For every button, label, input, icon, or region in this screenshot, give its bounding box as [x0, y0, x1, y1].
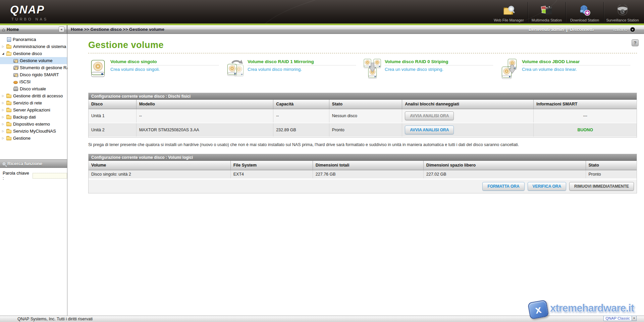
keyword-input[interactable]: [33, 173, 67, 179]
function-search-header: Ricerca funzione: [0, 159, 67, 168]
station-web-file-manager[interactable]: Web File Manager: [490, 0, 528, 24]
station-download[interactable]: Download Station: [566, 0, 603, 24]
qnap-logo-text: QNAP: [10, 3, 48, 16]
xtremehardware-watermark: x xtremehardware.it: [529, 300, 634, 317]
format-now-button[interactable]: FORMATTA ORA: [482, 182, 524, 191]
logout-link[interactable]: Disconnetti: [570, 27, 594, 32]
physical-disks-section: Configurazione corrente volume disco : D…: [88, 93, 637, 138]
single-disk-volume-icon: [88, 58, 108, 79]
language-label[interactable]: Italiano: [613, 27, 627, 32]
card-raid0-striping[interactable]: Volume disco RAID 0 Striping Crea un vol…: [363, 58, 500, 79]
tree-collapsed-icon[interactable]: ▷: [2, 137, 6, 140]
cell-status: Pronto: [329, 123, 402, 137]
cell-status: Nessun disco: [329, 109, 402, 123]
cell-model: --: [136, 109, 273, 123]
search-icon: [3, 163, 5, 165]
theme-select-value: QNAP Classic: [603, 316, 632, 321]
folder-open-icon: [6, 52, 11, 56]
folder-icon: [6, 45, 11, 49]
table-row-drive1: Unità 1 -- -- Nessun disco AVVIA ANALISI…: [89, 109, 637, 123]
sidebar-item-servizio-di-rete[interactable]: ▷ Servizio di rete: [0, 99, 67, 106]
navigation-tree: Panoramica ▷ Amministrazione di sistema …: [0, 34, 67, 142]
copyright-text: QNAP Systems, Inc. Tutti i diritti riser…: [17, 317, 93, 321]
sidebar-item-dispositivo-esterno[interactable]: ▷ Dispositivo esterno: [0, 121, 67, 128]
tree-expanded-icon[interactable]: ◢: [2, 52, 6, 55]
col-header-capacita: Capacità: [273, 100, 329, 109]
folder-icon: [6, 137, 11, 140]
overview-icon: [7, 37, 11, 42]
turbo-nas-subtitle: TURBO NAS: [10, 17, 48, 21]
sidebar-item-gestione[interactable]: ▷ Gestione: [0, 135, 67, 142]
card-title: Volume disco JBOD Linear: [522, 59, 630, 65]
sidebar-item-panoramica[interactable]: Panoramica: [0, 36, 67, 43]
disk-icon: [13, 59, 18, 63]
raid0-striping-icon: [363, 58, 382, 79]
theme-dropdown-icon[interactable]: ▼: [632, 316, 637, 321]
sidebar-item-gestione-diritti-di-accesso[interactable]: ▷ Gestione diritti di accesso: [0, 92, 67, 99]
sidebar-item-backup-dati[interactable]: ▷ Backup dati: [0, 113, 67, 121]
card-jbod-linear[interactable]: Volume disco JBOD Linear Crea un volume …: [500, 58, 637, 79]
welcome-text: Benvenuti admin: [529, 27, 564, 32]
sidebar-item-servizio-mycloudnas[interactable]: ▷ Servizio MyCloudNAS: [0, 128, 67, 135]
format-warning-note: Si prega di tener presente che qualora s…: [88, 142, 637, 147]
surveillance-station-icon: [616, 4, 629, 17]
col-header-dim-totali: Dimensioni totali: [313, 161, 423, 170]
cell-filesystem: EXT4: [230, 170, 313, 179]
sidebar-item-disco-virtuale[interactable]: Disco virtuale: [0, 85, 67, 92]
sidebar-item-server-applicazioni[interactable]: ▷ Server Applicazioni: [0, 106, 67, 113]
station-label: Surveillance Station: [606, 18, 639, 22]
folder-icon: [6, 95, 11, 98]
collapse-sidebar-button[interactable]: «: [59, 27, 64, 32]
tree-collapsed-icon[interactable]: ▷: [2, 94, 6, 97]
folder-icon: [6, 102, 11, 105]
tree-collapsed-icon[interactable]: ▷: [2, 108, 6, 111]
sidebar-item-iscsi[interactable]: iSCSI: [0, 78, 67, 85]
tree-collapsed-icon[interactable]: ▷: [2, 101, 6, 104]
logical-volumes-table: Volume File System Dimensioni totali Dim…: [89, 161, 637, 179]
col-header-analisi: Analisi blocchi danneggiati: [402, 100, 534, 109]
tree-collapsed-icon[interactable]: ▷: [2, 116, 6, 119]
folder-icon: [6, 123, 11, 126]
sidebar-item-gestione-disco[interactable]: ◢ Gestione disco: [0, 50, 67, 57]
station-label: Web File Manager: [494, 18, 524, 22]
divider: [528, 2, 528, 22]
language-dropdown-icon[interactable]: ▼: [630, 27, 635, 32]
station-label: Multimedia Station: [532, 18, 562, 22]
cell-capacity: 232.89 GB: [273, 123, 329, 137]
watermark-text: xtremehardware.it: [550, 302, 634, 314]
check-now-button[interactable]: VERIFICA ORA: [528, 182, 567, 191]
station-multimedia[interactable]: Multimedia Station: [528, 0, 566, 24]
home-icon: ⌂: [2, 27, 5, 32]
theme-select[interactable]: QNAP Classic ▼: [603, 316, 637, 321]
scan-now-button[interactable]: AVVIA ANALISI ORA: [405, 126, 454, 134]
content-panel: ? Gestione volume Volume disco singolo C…: [67, 34, 644, 316]
jbod-linear-icon: [500, 58, 519, 79]
scan-now-button[interactable]: AVVIA ANALISI ORA: [405, 111, 454, 120]
sidebar-item-disco-rigido-smart[interactable]: Disco rigido SMART: [0, 71, 67, 78]
sidebar-item-amministrazione-di-sistema[interactable]: ▷ Amministrazione di sistema: [0, 43, 67, 50]
raid-icon: [13, 66, 18, 70]
sidebar-item-gestione-volume[interactable]: Gestione volume: [0, 57, 67, 64]
col-header-disco: Disco: [89, 100, 136, 109]
tree-collapsed-icon[interactable]: ▷: [2, 123, 6, 126]
col-header-modello: Modello: [136, 100, 273, 109]
web-file-manager-icon: [502, 4, 515, 17]
xtremehardware-logo-icon: x: [528, 300, 549, 319]
card-single-disk-volume[interactable]: Volume disco singolo Crea volumi disco s…: [88, 58, 225, 79]
cell-total-size: 227.76 GB: [313, 170, 423, 179]
col-header-spazio-libero: Dimensioni spazio libero: [423, 161, 586, 170]
table-row-drive2: Unità 2 MAXTOR STM3250820AS 3.AA 232.89 …: [89, 123, 637, 137]
sidebar-item-strumento-gestione-raid[interactable]: Strumento di gestione RAID: [0, 64, 67, 71]
qnap-logo: QNAP TURBO NAS: [0, 0, 48, 24]
card-title: Volume disco RAID 1 Mirroring: [248, 59, 356, 65]
smart-disk-icon: [13, 73, 18, 77]
remove-now-button[interactable]: RIMUOVI IMMEDIATAMENTE: [569, 182, 634, 191]
tree-collapsed-icon[interactable]: ▷: [2, 45, 6, 48]
page-title: Gestione volume: [88, 40, 637, 50]
tree-collapsed-icon[interactable]: ▷: [2, 130, 6, 133]
station-surveillance[interactable]: Surveillance Station: [604, 0, 641, 24]
help-button[interactable]: ?: [632, 39, 639, 46]
cell-disk: Unità 2: [89, 123, 136, 137]
iscsi-icon: [13, 81, 18, 84]
card-raid1-mirroring[interactable]: Volume disco RAID 1 Mirroring Crea volum…: [225, 58, 363, 79]
